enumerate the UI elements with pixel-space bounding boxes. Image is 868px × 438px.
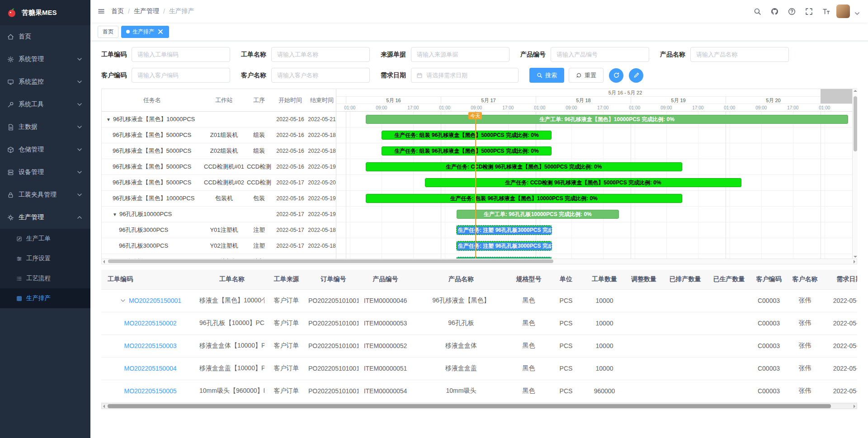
gantt-task-bar[interactable]: 生产任务: 包装 96孔移液盒【黑色】10000PCS 完成比例: 0% [366, 194, 682, 203]
search-icon[interactable] [750, 5, 764, 18]
breadcrumb-item[interactable]: 首页 [111, 7, 124, 15]
sidebar-item-equipment[interactable]: 设备管理 [0, 161, 90, 184]
question-icon[interactable] [785, 5, 798, 18]
gantt-horizontal-scrollbar[interactable] [101, 259, 857, 264]
gantt-task-bar[interactable]: 生产任务: CCD检测 96孔移液盒【黑色】5000PCS 完成比例: 0% [366, 162, 682, 171]
gantt-bar-label: 生产工单: 96孔移液盒【黑色】10000PCS 完成比例: 0% [539, 116, 675, 123]
filter-input-customer-name[interactable] [271, 68, 370, 83]
font-size-icon[interactable] [819, 5, 833, 18]
avatar[interactable] [836, 5, 850, 18]
filter-input-product-name[interactable] [690, 47, 789, 62]
order-row[interactable]: MO202205150001移液盒【黑色】10000个客户订单PO2022051… [101, 289, 857, 312]
scroll-right-icon[interactable] [854, 405, 855, 408]
scroll-left-icon[interactable] [103, 260, 105, 264]
breadcrumb-item[interactable]: 生产管理 [134, 7, 159, 15]
gantt-task-bar[interactable]: 生产任务: 注塑 96孔孔板3000PCS 完成比例: 0% [457, 241, 552, 250]
sidebar-item-system-monitor[interactable]: 系统监控 [0, 71, 90, 93]
gantt-project-bar[interactable]: 生产工单: 96孔孔板10000PCS 完成比例: 0% [457, 210, 619, 219]
gantt-start-date: 2022-05-17 [273, 211, 308, 217]
gantt-task-row[interactable]: 96孔移液盒【黑色】5000PCSZ01组装机组装2022-05-162022-… [102, 127, 336, 143]
github-icon[interactable] [768, 5, 781, 18]
filter-input-demand-date[interactable]: 请选择需求日期 [411, 68, 519, 83]
filter-input-work-order-name[interactable] [271, 47, 370, 62]
gantt-task-row[interactable]: ▼96孔孔板10000PCS2022-05-172022-05-19 [102, 207, 336, 222]
filter-input-source-doc[interactable] [411, 47, 509, 62]
gantt-grid: 任务名工作站工序开始时间结束时间 ▼96孔移液盒【黑色】10000PCS2022… [102, 89, 336, 259]
gantt-vertical-scrollbar[interactable] [852, 89, 858, 259]
gantt-task-bar[interactable]: 生产任务: 组装 96孔移液盒【黑色】5000PCS 完成比例: 0% [382, 131, 552, 140]
sidebar-subitem-work-order[interactable]: 生产工单 [0, 229, 90, 249]
order-cell-order_no: PO202205101001 [308, 380, 359, 402]
filter-input-customer-code[interactable] [132, 68, 230, 83]
caret-down-icon[interactable] [854, 10, 861, 17]
task-name-text: 96孔移液盒【黑色】10000PCS [113, 116, 195, 122]
gantt-task-row[interactable]: 96孔移液盒【黑色】5000PCSCCD检测机#01CCD检测2022-05-1… [102, 159, 336, 175]
triangle-down-icon[interactable]: ▼ [106, 117, 111, 122]
gantt-task-bar[interactable]: 生产任务: 注塑 96孔孔板3000PCS 完成比例: 0% [457, 257, 552, 259]
sidebar-item-system-mgmt[interactable]: 系统管理 [0, 48, 90, 71]
gantt-task-bar[interactable]: 生产任务: 组装 96孔移液盒【黑色】5000PCS 完成比例: 0% [382, 146, 552, 155]
scroll-down-icon[interactable] [854, 256, 857, 258]
gantt-task-row[interactable]: 96孔孔板3000PCSY01注塑机注塑2022-05-172022-05-18 [102, 222, 336, 238]
gantt-task-row[interactable]: 96孔孔板3000PCSY02注塑机注塑2022-05-172022-05-18 [102, 238, 336, 254]
tab-生产排产[interactable]: 生产排产 [121, 26, 169, 38]
scroll-right-icon[interactable] [854, 260, 855, 264]
order-link[interactable]: MO202205150005 [124, 387, 177, 395]
orders-horizontal-scrollbar[interactable] [101, 403, 857, 409]
order-cell-spec: 黑色 [510, 334, 547, 357]
sync-circle-button[interactable] [609, 68, 623, 83]
sidebar-subitem-process-settings[interactable]: 工序设置 [0, 249, 90, 268]
order-link[interactable]: MO202205150003 [124, 342, 177, 349]
filter-input-product-code[interactable] [551, 47, 649, 62]
search-button[interactable]: 搜索 [529, 68, 564, 83]
refresh-icon [576, 72, 582, 78]
gantt-task-row[interactable]: 96孔移液盒【黑色】5000PCSCCD检测机#02CCD检测2022-05-1… [102, 175, 336, 191]
scroll-up-icon[interactable] [854, 90, 857, 92]
sidebar-item-home[interactable]: 首页 [0, 25, 90, 48]
gantt-vscroll-thumb[interactable] [854, 96, 857, 151]
gantt-task-name: 96孔移液盒【黑色】5000PCS [102, 147, 203, 155]
filter-group-product-name: 产品名称 [660, 47, 789, 62]
sidebar-subitem-process-flow[interactable]: 工艺流程 [0, 268, 90, 288]
gantt-task-bar[interactable]: 生产任务: 注塑 96孔孔板3000PCS 完成比例: 0% [457, 226, 552, 235]
chevron-down-icon [76, 101, 83, 108]
filter-input-work-order-code[interactable] [132, 47, 230, 62]
triangle-down-icon[interactable]: ▼ [113, 212, 117, 217]
gantt-task-row[interactable]: 96孔孔板3000PCSY03注塑机注塑2022-05-172022-05-18 [102, 254, 336, 259]
order-link[interactable]: MO202205150004 [124, 365, 177, 372]
sidebar-item-production[interactable]: 生产管理 [0, 206, 90, 229]
orders-column-header: 已生产数量 [707, 270, 751, 289]
expand-row-icon[interactable] [119, 297, 127, 304]
gantt-hscroll-thumb[interactable] [108, 259, 553, 263]
gantt-task-row[interactable]: 96孔移液盒【黑色】5000PCSZ02组装机组装2022-05-162022-… [102, 143, 336, 159]
orders-hscroll-thumb[interactable] [108, 404, 831, 408]
edit-circle-button[interactable] [629, 68, 643, 83]
sidebar-item-master-data[interactable]: 主数据 [0, 116, 90, 138]
order-cell-name: 10mm吸头【960000】PCS [199, 380, 264, 402]
order-row[interactable]: MO20220515000510mm吸头【960000】PCS客户订单PO202… [101, 380, 857, 402]
sidebar-item-warehouse[interactable]: 仓储管理 [0, 138, 90, 161]
sidebar-subitem-label: 生产工单 [26, 235, 51, 243]
scroll-left-icon[interactable] [103, 405, 105, 408]
tab-首页[interactable]: 首页 [98, 26, 118, 38]
sidebar-subitem-production-schedule[interactable]: 生产排产 [0, 288, 90, 308]
order-row[interactable]: MO202205150003移液盒盒体【10000】PCS客户订单PO20220… [101, 334, 857, 357]
order-cell-product_name: 移液盒盒体 [412, 334, 510, 357]
sidebar-toggle-icon[interactable] [98, 8, 105, 15]
order-link[interactable]: MO202205150001 [129, 297, 181, 304]
fullscreen-icon[interactable] [802, 5, 816, 18]
sidebar-item-fixture[interactable]: 工装夹具管理 [0, 184, 90, 206]
gantt-task-row[interactable]: ▼96孔移液盒【黑色】10000PCS2022-05-162022-05-21 [102, 112, 336, 127]
gantt-task-row[interactable]: 96孔移液盒【黑色】10000PCS包装机包装2022-05-162022-05… [102, 191, 336, 207]
order-link[interactable]: MO202205150002 [124, 320, 177, 327]
order-cell-adjust_qty [624, 312, 663, 334]
order-code-cell: MO202205150005 [101, 380, 199, 402]
gantt-task-bar[interactable]: 生产任务: CCD检测 96孔移液盒【黑色】5000PCS 完成比例: 0% [425, 178, 741, 187]
order-row[interactable]: MO20220515000296孔孔板【10000】PCS客户订单PO20220… [101, 312, 857, 334]
close-icon[interactable] [157, 28, 164, 35]
sidebar-item-system-tools[interactable]: 系统工具 [0, 93, 90, 116]
logo-bar[interactable]: 苦糖果MES [0, 0, 90, 25]
reset-button[interactable]: 重置 [569, 68, 604, 83]
order-row[interactable]: MO202205150004移液盒盒盖【10000】PCS客户订单PO20220… [101, 357, 857, 380]
gantt-project-bar[interactable]: 生产工单: 96孔移液盒【黑色】10000PCS 完成比例: 0% [366, 115, 849, 124]
